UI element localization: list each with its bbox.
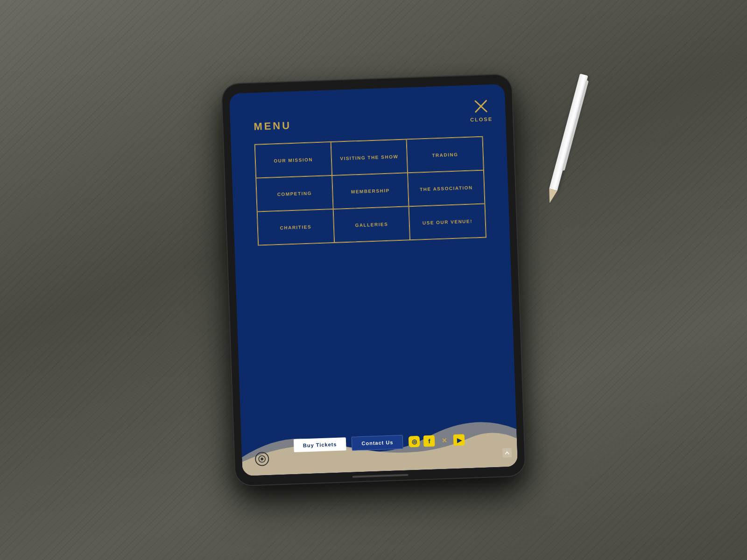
menu-item-our-mission[interactable]: OUR MISSION (255, 142, 332, 178)
camera-lens (258, 455, 266, 463)
facebook-icon[interactable]: f (423, 435, 435, 447)
menu-item-use-our-venue[interactable]: USE OUR VENUE! (409, 204, 486, 240)
social-icons-group: ◎ f ✕ ▶ (409, 434, 465, 447)
footer-wave-area: Buy Tickets Contact Us ◎ f ✕ ▶ (240, 401, 518, 476)
close-button[interactable]: CLOSE (470, 98, 493, 123)
x-icon[interactable]: ✕ (438, 435, 450, 447)
pencil-tip (546, 189, 557, 204)
camera-dot (261, 457, 263, 460)
menu-item-visiting-the-show[interactable]: VISITING THE SHOW (331, 139, 408, 175)
buy-tickets-button[interactable]: Buy Tickets (293, 437, 346, 452)
tablet-screen: CLOSE MENU OUR MISSION VISITING THE SHOW… (229, 84, 518, 476)
youtube-icon[interactable]: ▶ (453, 434, 465, 446)
screen-content: MENU OUR MISSION VISITING THE SHOW TRADI… (229, 84, 515, 411)
pencil-body (549, 74, 588, 191)
menu-item-trading[interactable]: TRADING (407, 137, 484, 173)
contact-us-button[interactable]: Contact Us (352, 435, 403, 451)
menu-item-galleries[interactable]: GALLERIES (333, 206, 410, 243)
apple-pencil (544, 74, 588, 211)
menu-item-competing[interactable]: COMPETING (256, 175, 333, 212)
chevron-up-icon (505, 451, 509, 455)
close-icon (472, 98, 490, 115)
home-indicator (352, 474, 409, 478)
scroll-up-indicator[interactable] (502, 448, 512, 458)
menu-item-charities[interactable]: CHARITIES (257, 209, 334, 245)
instagram-icon[interactable]: ◎ (409, 436, 420, 448)
tablet-device: CLOSE MENU OUR MISSION VISITING THE SHOW… (222, 74, 525, 485)
close-label: CLOSE (470, 116, 493, 123)
menu-item-membership[interactable]: MEMBERSHIP (332, 173, 409, 209)
menu-grid: OUR MISSION VISITING THE SHOW TRADING CO… (254, 136, 486, 246)
menu-heading: MENU (254, 113, 483, 133)
menu-item-the-association[interactable]: THE ASSOCIATION (408, 170, 485, 207)
